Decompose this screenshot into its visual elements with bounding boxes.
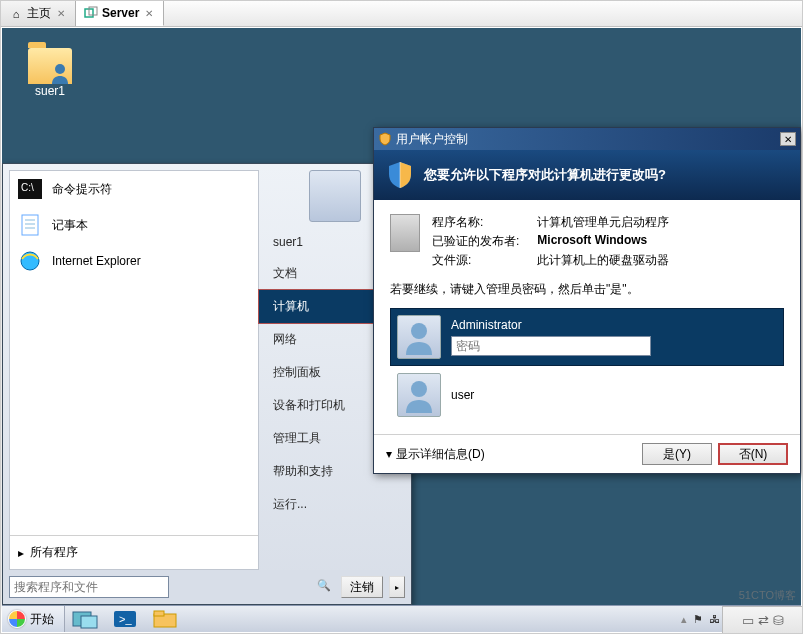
program-icon xyxy=(390,214,420,252)
uac-dialog: 用户帐户控制 ✕ 您要允许以下程序对此计算机进行更改吗? 程序名称: 计算机管理… xyxy=(373,127,801,474)
search-icon: 🔍 xyxy=(317,579,331,592)
uac-footer: ▾ 显示详细信息(D) 是(Y) 否(N) xyxy=(374,434,800,473)
uac-header-text: 您要允许以下程序对此计算机进行更改吗? xyxy=(424,166,666,184)
uac-program-info: 程序名称: 计算机管理单元启动程序 已验证的发布者: Microsoft Win… xyxy=(390,214,784,269)
uac-titlebar[interactable]: 用户帐户控制 ✕ xyxy=(374,128,800,150)
close-icon[interactable]: ✕ xyxy=(780,132,796,146)
program-name-label: 程序名称: xyxy=(432,214,519,231)
uac-header: 您要允许以下程序对此计算机进行更改吗? xyxy=(374,150,800,200)
svg-text:C:\: C:\ xyxy=(21,182,34,193)
show-details-button[interactable]: ▾ 显示详细信息(D) xyxy=(386,446,485,463)
start-right-run[interactable]: 运行... xyxy=(259,488,411,521)
program-name-value: 计算机管理单元启动程序 xyxy=(537,214,669,231)
no-button[interactable]: 否(N) xyxy=(718,443,788,465)
status-conn-icon[interactable]: ⇄ xyxy=(758,613,769,628)
outer-statusbar: ▭ ⇄ ⛁ xyxy=(722,606,802,633)
shield-small-icon xyxy=(378,132,392,146)
avatar-icon xyxy=(397,373,441,417)
svg-text:>_: >_ xyxy=(119,613,132,625)
all-programs-label: 所有程序 xyxy=(30,544,78,561)
tab-server[interactable]: Server ✕ xyxy=(76,1,164,26)
start-menu: C:\ 命令提示符 记事本 Internet Explorer ▸ 所有程序 xyxy=(2,163,412,605)
svg-rect-11 xyxy=(81,616,97,628)
desktop-folder-label: suer1 xyxy=(20,84,80,98)
uac-account-user[interactable]: user xyxy=(390,366,784,424)
show-details-label: 显示详细信息(D) xyxy=(396,446,485,463)
uac-title-text: 用户帐户控制 xyxy=(396,131,468,148)
start-search-row: 🔍 注销 ▸ xyxy=(3,570,411,604)
taskbar: 开始 >_ ▴ ⚑ 🖧 🔊 19:17 2019/8/13 xyxy=(2,605,801,632)
windows-orb-icon xyxy=(8,610,26,628)
shield-icon xyxy=(386,160,414,190)
search-input[interactable] xyxy=(9,576,169,598)
avatar-icon xyxy=(397,315,441,359)
tray-flag-icon[interactable]: ⚑ xyxy=(693,613,703,626)
source-value: 此计算机上的硬盘驱动器 xyxy=(537,252,669,269)
taskbar-explorer[interactable] xyxy=(145,606,185,632)
notepad-icon xyxy=(18,213,42,237)
start-button[interactable]: 开始 xyxy=(2,606,65,632)
arrow-right-icon: ▸ xyxy=(18,546,24,560)
start-item-label: 命令提示符 xyxy=(52,181,112,198)
svg-point-17 xyxy=(411,381,427,397)
yes-button[interactable]: 是(Y) xyxy=(642,443,712,465)
taskbar-powershell[interactable]: >_ xyxy=(105,606,145,632)
uac-account-admin[interactable]: Administrator xyxy=(390,308,784,366)
start-item-notepad[interactable]: 记事本 xyxy=(10,207,258,243)
cmd-icon: C:\ xyxy=(18,177,42,201)
server-icon xyxy=(84,6,98,20)
home-icon: ⌂ xyxy=(9,7,23,21)
publisher-value: Microsoft Windows xyxy=(537,233,669,250)
svg-rect-5 xyxy=(22,215,38,235)
start-item-cmd[interactable]: C:\ 命令提示符 xyxy=(10,171,258,207)
all-programs[interactable]: ▸ 所有程序 xyxy=(10,535,258,569)
chevron-down-icon: ▾ xyxy=(386,447,392,461)
admin-name: Administrator xyxy=(451,318,651,332)
start-item-ie[interactable]: Internet Explorer xyxy=(10,243,258,279)
start-button-label: 开始 xyxy=(30,611,54,628)
source-label: 文件源: xyxy=(432,252,519,269)
tab-server-close-icon[interactable]: ✕ xyxy=(143,8,155,19)
svg-point-2 xyxy=(55,64,65,74)
tab-home-close-icon[interactable]: ✕ xyxy=(55,8,67,19)
logoff-options-button[interactable]: ▸ xyxy=(389,576,405,598)
start-item-label: Internet Explorer xyxy=(52,254,141,268)
status-monitor-icon[interactable]: ▭ xyxy=(742,613,754,628)
start-menu-left-pane: C:\ 命令提示符 记事本 Internet Explorer ▸ 所有程序 xyxy=(9,170,259,570)
desktop-folder[interactable]: suer1 xyxy=(20,48,80,98)
tab-server-label: Server xyxy=(102,6,139,20)
tray-expand-icon[interactable]: ▴ xyxy=(681,613,687,626)
tray-network-icon[interactable]: 🖧 xyxy=(709,613,720,625)
ie-icon xyxy=(18,249,42,273)
monitor-icon xyxy=(309,170,361,222)
svg-rect-15 xyxy=(154,611,164,616)
uac-prompt-text: 若要继续，请键入管理员密码，然后单击"是"。 xyxy=(390,281,784,298)
logoff-button[interactable]: 注销 xyxy=(341,576,383,598)
status-disk-icon[interactable]: ⛁ xyxy=(773,613,784,628)
tab-home[interactable]: ⌂ 主页 ✕ xyxy=(1,1,76,26)
user-name: user xyxy=(451,388,474,402)
start-item-label: 记事本 xyxy=(52,217,88,234)
vm-tab-bar: ⌂ 主页 ✕ Server ✕ xyxy=(1,1,802,27)
folder-icon xyxy=(28,48,72,84)
svg-point-16 xyxy=(411,323,427,339)
tab-home-label: 主页 xyxy=(27,5,51,22)
watermark-text: 51CTO博客 xyxy=(739,588,796,603)
taskbar-server-manager[interactable] xyxy=(65,606,105,632)
publisher-label: 已验证的发布者: xyxy=(432,233,519,250)
admin-password-input[interactable] xyxy=(451,336,651,356)
